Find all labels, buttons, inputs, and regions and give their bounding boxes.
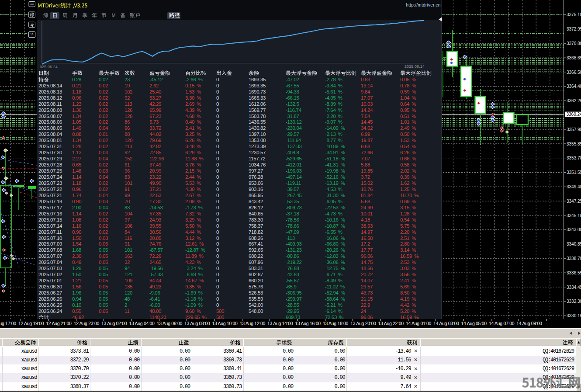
svg-text:3351.55: 3351.55 (567, 170, 581, 175)
svg-text:?: ? (31, 32, 33, 37)
svg-text:3336.55: 3336.55 (567, 271, 581, 275)
svg-text:3349.40: 3349.40 (567, 184, 581, 189)
svg-text:3357.95: 3357.95 (567, 127, 581, 132)
svg-text:3343.00: 3343.00 (567, 227, 581, 232)
svg-text:3364.40: 3364.40 (567, 84, 581, 89)
svg-text:3362.25: 3362.25 (567, 98, 581, 103)
svg-text:3330.15: 3330.15 (567, 313, 581, 318)
svg-text:3347.25: 3347.25 (567, 199, 581, 204)
svg-text:3366.50: 3366.50 (567, 70, 581, 75)
svg-text:3353.70: 3353.70 (567, 156, 581, 160)
svg-text:3334.45: 3334.45 (567, 285, 581, 290)
svg-text:3370.80: 3370.80 (567, 41, 581, 46)
svg-text:3375.10: 3375.10 (567, 12, 581, 17)
svg-text:3338.70: 3338.70 (567, 256, 581, 261)
svg-text:3368.65: 3368.65 (567, 56, 581, 60)
svg-text:3332.30: 3332.30 (567, 299, 581, 304)
svg-text:3372.95: 3372.95 (567, 27, 581, 31)
svg-text:3345.15: 3345.15 (567, 213, 581, 218)
svg-text:3355.85: 3355.85 (567, 142, 581, 146)
svg-text:3340.85: 3340.85 (567, 242, 581, 246)
svg-text:3360.24: 3360.24 (567, 112, 581, 117)
